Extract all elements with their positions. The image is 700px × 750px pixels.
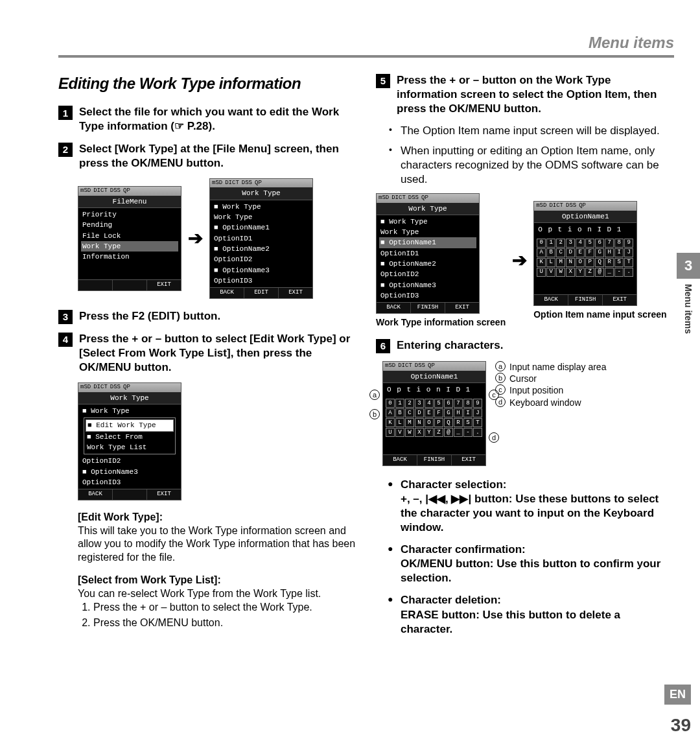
step-1: 1 Select the file for which you want to … [58, 105, 356, 134]
arrow-icon: ➔ [512, 249, 527, 272]
section-heading: Editing the Work Type information [58, 73, 356, 93]
step-number: 2 [58, 143, 73, 157]
language-tag: EN [664, 685, 691, 705]
arrow-icon: ➔ [188, 227, 203, 250]
char-selection: Character selection: +, –, |◀◀, ▶▶| butt… [388, 478, 674, 535]
step-4: 4 Press the + or – button to select [Edi… [58, 332, 356, 375]
edit-work-type-text: This will take you to the Work Type info… [78, 524, 356, 565]
step-6: 6 Entering characters. [376, 338, 674, 353]
step-number: 4 [58, 333, 73, 347]
page-header: Menu items [58, 32, 674, 53]
work-type-info-screen: mSDDICTDSSQP Work Type ■ Work Type Work … [376, 193, 480, 314]
caption-work-type: Work Type information screen [376, 316, 506, 328]
step-3: 3 Press the F2 (EDIT) button. [58, 309, 356, 324]
step-number: 6 [376, 339, 390, 353]
char-confirmation: Character confirmation: OK/MENU button: … [388, 543, 674, 585]
caption-option-input: Option Item name input screen [533, 309, 666, 320]
select-sub-1: Press the + or – button to select the Wo… [93, 601, 356, 615]
header-rule [58, 55, 674, 58]
edit-work-type-label: [Edit Work Type]: [78, 511, 163, 522]
select-list-label: [Select from Work Type List]: [78, 574, 221, 585]
work-type-screen: mSDDICTDSSQP Work Type ■ Work Type Work … [209, 178, 313, 299]
step-number: 1 [58, 106, 73, 120]
step-text: Press the + or – button on the Work Type… [397, 74, 657, 115]
step-text: Entering characters. [397, 339, 503, 351]
step-text: Select the file for which you want to ed… [79, 106, 339, 132]
page-number: 39 [671, 714, 691, 737]
select-list-text: You can re-select Work Type from the Wor… [78, 587, 356, 601]
step-text: Press the F2 (EDIT) button. [79, 310, 220, 322]
char-entry-screen: mSDDICTDSSQP OptionName1 O p t i o n I D… [382, 361, 486, 466]
file-menu-screen: mSDDICTDSSQP FileMenu PriorityPendingFil… [78, 186, 181, 291]
edit-work-type-screen: mSDDICTDSSQP Work Type ■ Work Type ■ Edi… [78, 382, 181, 500]
step-5: 5 Press the + or – button on the Work Ty… [376, 73, 674, 116]
step-number: 3 [58, 310, 73, 324]
step-number: 5 [376, 74, 390, 88]
step-text: Select [Work Type] at the [File Menu] sc… [79, 143, 339, 169]
step-text: Press the + or – button to select [Edit … [79, 333, 350, 373]
step-2: 2 Select [Work Type] at the [File Menu] … [58, 142, 356, 170]
step-5-notes: The Option Item name input screen will b… [376, 124, 674, 186]
select-sub-2: Press the OK/MENU button. [93, 616, 356, 630]
option-input-screen: mSDDICTDSSQP OptionName1 O p t i o n I D… [533, 201, 637, 306]
char-deletion: Character deletion: ERASE button: Use th… [388, 593, 674, 636]
char-legend: aInput name display area bCursor cInput … [495, 361, 606, 408]
chapter-tab: 3 Menu items [677, 253, 700, 334]
